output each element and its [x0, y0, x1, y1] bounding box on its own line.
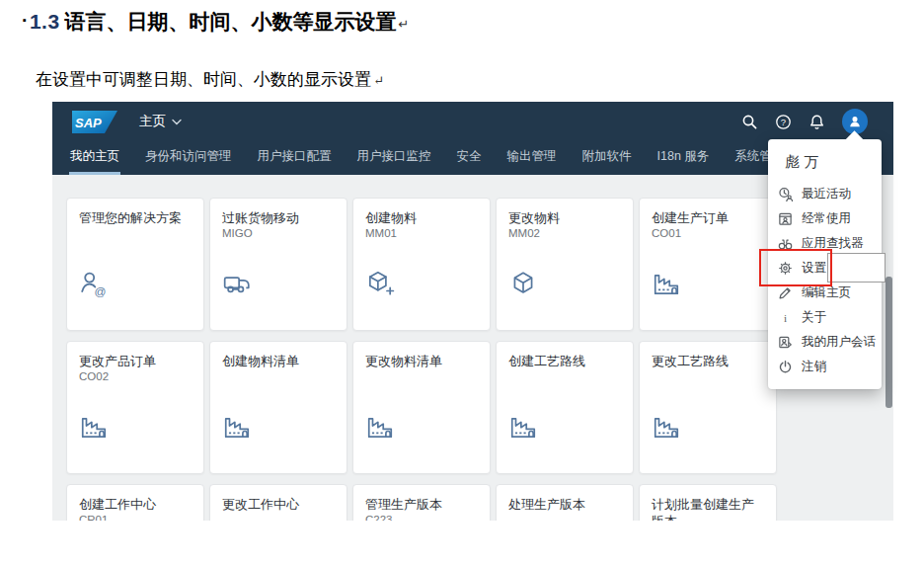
truck-icon: [222, 269, 252, 298]
header-icons: ?: [741, 109, 868, 134]
tile-title: 创建生产订单: [652, 209, 764, 226]
tile-title: 更改产品订单: [79, 353, 192, 369]
tile[interactable]: 创建物料MM01: [352, 198, 491, 331]
page-title-dropdown[interactable]: 主页: [139, 113, 182, 130]
tile[interactable]: 管理您的解决方案@: [66, 198, 204, 331]
section-heading: ▪1.3语言、日期、时间、小数等显示设置↵: [23, 8, 410, 36]
tile[interactable]: 更改物料清单: [352, 341, 491, 474]
heading-bullet: ▪: [23, 14, 27, 26]
tile[interactable]: 更改产品订单CO02: [66, 341, 204, 474]
tile-title: 创建工作中心: [79, 496, 192, 513]
paragraph-text: 在设置中可调整日期、时间、小数的显示设置: [36, 69, 371, 89]
tile-title: 创建物料: [365, 209, 478, 226]
nav-tab[interactable]: I18n 服务: [656, 141, 711, 175]
factory-icon: [508, 412, 538, 442]
factory-icon: [652, 412, 681, 442]
annotation-red-box: [759, 249, 832, 286]
tile-title: 计划批量创建生产版本: [652, 496, 764, 521]
tile[interactable]: 管理生产版本C223: [352, 484, 491, 521]
tile[interactable]: 计划批量创建生产版本: [639, 484, 777, 521]
factory-icon: [365, 412, 395, 442]
nav-tab[interactable]: 输出管理: [506, 141, 558, 175]
page-title: 主页: [139, 113, 166, 130]
nav-tab[interactable]: 用户接口监控: [356, 141, 432, 175]
tile[interactable]: 创建物料清单: [209, 341, 347, 474]
tile[interactable]: 更改物料MM02: [496, 198, 634, 331]
nav-tab[interactable]: 我的主页: [69, 141, 120, 175]
tile-subtitle: CO02: [79, 370, 192, 382]
svg-text:i: i: [784, 312, 787, 324]
factory-icon: [652, 269, 681, 298]
tile[interactable]: 过账货物移动MIGO: [209, 198, 347, 331]
tile-title: 更改物料: [508, 209, 621, 226]
employee-icon: @: [79, 269, 109, 298]
user-menu-item[interactable]: 我的用户会话: [768, 330, 882, 355]
tile-title: 过账货物移动: [222, 209, 335, 226]
user-menu-item[interactable]: 注销: [768, 355, 882, 379]
svg-text:?: ?: [781, 117, 786, 127]
heading-text: 语言、日期、时间、小数等显示设置: [65, 10, 397, 33]
user-menu-item[interactable]: i关于: [768, 305, 882, 330]
svg-text:@: @: [95, 284, 107, 297]
nav-tab[interactable]: 用户接口配置: [257, 141, 333, 175]
tile-subtitle: CR01: [79, 514, 192, 521]
user-menu-item[interactable]: 经常使用: [768, 206, 882, 231]
tile[interactable]: 处理生产版本: [496, 484, 634, 521]
paragraph-mark: ↵: [373, 73, 384, 88]
frequently-used-icon: [778, 211, 793, 226]
factory-icon: [79, 412, 109, 442]
tile[interactable]: 创建工作中心CR01: [66, 484, 204, 521]
user-menu-item-label: 关于: [802, 309, 826, 326]
user-name: 彪 万: [768, 139, 882, 182]
bell-icon[interactable]: [808, 114, 825, 130]
nav-tab[interactable]: 安全: [456, 141, 483, 175]
tile[interactable]: 创建工艺路线: [496, 341, 634, 474]
recent-activity-icon: [778, 187, 793, 202]
logout-icon: [778, 360, 793, 374]
tile[interactable]: 创建生产订单CO01: [639, 198, 777, 331]
tile-title: 管理生产版本: [365, 496, 478, 513]
body-paragraph: 在设置中可调整日期、时间、小数的显示设置↵: [36, 68, 384, 91]
sap-logo: SAP: [72, 111, 117, 133]
annotation-white-box: [827, 253, 886, 283]
tile-title: 管理您的解决方案: [79, 209, 192, 226]
user-session-icon: [778, 335, 793, 350]
user-menu-item-label: 我的用户会话: [802, 334, 876, 351]
tile-subtitle: MM02: [508, 227, 621, 239]
tile-title: 更改工作中心: [222, 496, 335, 513]
edit-icon: [778, 285, 793, 300]
help-icon[interactable]: ?: [775, 114, 792, 130]
shell-header: SAP 主页 ?: [52, 102, 893, 141]
tile-subtitle: C223: [365, 514, 478, 521]
svg-text:SAP: SAP: [75, 116, 102, 130]
user-menu-item[interactable]: 最近活动: [768, 182, 882, 206]
tile-subtitle: MIGO: [222, 227, 335, 239]
heading-number: 1.3: [30, 10, 60, 33]
tile-title: 处理生产版本: [508, 496, 621, 513]
change-material-icon: [508, 269, 538, 298]
paragraph-mark: ↵: [399, 17, 410, 32]
search-icon[interactable]: [741, 114, 758, 130]
tile-title: 创建工艺路线: [508, 353, 621, 369]
factory-icon: [222, 412, 252, 442]
tile[interactable]: 更改工艺路线: [639, 341, 777, 474]
create-material-icon: [365, 269, 395, 298]
tile-title: 创建物料清单: [222, 353, 335, 369]
user-menu-item-label: 经常使用: [802, 210, 851, 227]
tile-subtitle: CO01: [652, 227, 764, 239]
user-menu-item-label: 编辑主页: [802, 284, 851, 301]
chevron-down-icon: [172, 119, 182, 125]
user-menu-item-label: 注销: [802, 359, 826, 375]
tile[interactable]: 更改工作中心: [209, 484, 347, 521]
tile-title: 更改工艺路线: [652, 353, 764, 369]
tile-subtitle: MM01: [365, 227, 478, 239]
person-icon: [847, 114, 863, 129]
nav-tab[interactable]: 附加软件: [581, 141, 633, 175]
nav-tab[interactable]: 身份和访问管理: [144, 141, 233, 175]
tile-title: 更改物料清单: [365, 353, 478, 369]
about-icon: i: [778, 310, 793, 325]
user-menu-item-label: 最近活动: [802, 186, 851, 202]
tile-grid: 管理您的解决方案@过账货物移动MIGO创建物料MM01更改物料MM02创建生产订…: [66, 198, 777, 521]
scrollbar-thumb[interactable]: [886, 277, 892, 408]
